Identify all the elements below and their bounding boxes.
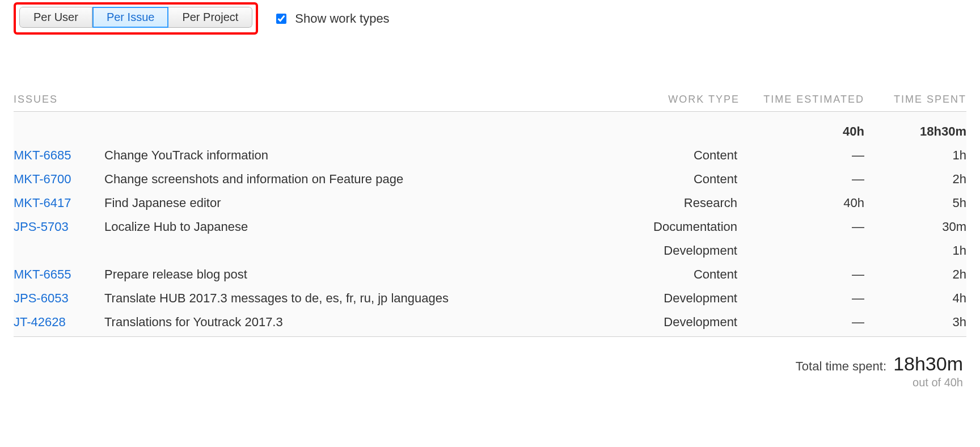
time-spent: 3h [864,310,966,337]
time-spent: 2h [864,263,966,286]
table-row: MKT-6685Change YouTrack informationConte… [14,144,966,167]
show-work-types-checkbox[interactable] [276,14,286,24]
tab-per-user[interactable]: Per User [19,7,92,28]
tab-per-project[interactable]: Per Project [168,7,252,28]
time-spent: 1h [864,144,966,167]
issue-title: Change screenshots and information on Fe… [104,167,615,191]
time-estimated: — [740,215,864,239]
show-work-types-option[interactable]: Show work types [274,11,389,26]
issue-title: Find Japanese editor [104,191,615,215]
totals-time-estimated: 40h [740,112,864,144]
table-row: MKT-6700Change screenshots and informati… [14,167,966,191]
time-estimated: — [740,286,864,310]
time-spent: 30m [864,215,966,239]
issue-link[interactable]: JPS-6053 [14,291,69,305]
table-row: MKT-6417Find Japanese editorResearch40h5… [14,191,966,215]
work-type: Development [615,310,740,337]
work-type: Development [615,286,740,310]
time-spent: 2h [864,167,966,191]
time-estimated: — [740,310,864,337]
issue-link[interactable]: MKT-6655 [14,267,71,281]
work-type: Research [615,191,740,215]
time-spent: 1h [864,239,966,263]
time-estimated: — [740,167,864,191]
time-spent: 5h [864,191,966,215]
issue-title: Change YouTrack information [104,144,615,167]
totals-time-spent: 18h30m [864,112,966,144]
col-header-time-spent: TIME SPENT [864,88,966,112]
issue-link[interactable]: JT-42628 [14,315,66,329]
work-type: Content [615,263,740,286]
table-row: MKT-6655Prepare release blog postContent… [14,263,966,286]
total-out-of: out of 40h [14,376,963,389]
table-row: JPS-5703Localize Hub to JapaneseDocument… [14,215,966,239]
work-type: Content [615,144,740,167]
view-mode-tabs: Per User Per Issue Per Project [19,7,252,28]
footer-totals: Total time spent: 18h30m out of 40h [14,353,966,389]
time-spent: 4h [864,286,966,310]
issue-link[interactable]: JPS-5703 [14,220,69,234]
issue-title: Localize Hub to Japanese [104,215,615,239]
issue-title: Translate HUB 2017.3 messages to de, es,… [104,286,615,310]
issue-link[interactable]: MKT-6685 [14,148,71,162]
total-time-spent-label: Total time spent: [796,359,886,373]
issue-link[interactable]: MKT-6417 [14,196,71,210]
issue-title: Translations for Youtrack 2017.3 [104,310,615,337]
time-estimated [740,239,864,263]
col-header-work-type: WORK TYPE [615,88,740,112]
time-estimated: — [740,144,864,167]
issue-title: Prepare release blog post [104,263,615,286]
time-estimated: — [740,263,864,286]
work-type: Development [615,239,740,263]
total-time-spent-value: 18h30m [893,353,963,374]
issue-link[interactable]: MKT-6700 [14,172,71,186]
tab-group-highlight: Per User Per Issue Per Project [14,2,258,35]
show-work-types-label: Show work types [295,11,389,26]
tab-per-issue[interactable]: Per Issue [92,7,168,28]
totals-row: 40h 18h30m [14,112,966,144]
table-row: JPS-6053Translate HUB 2017.3 messages to… [14,286,966,310]
time-estimated: 40h [740,191,864,215]
work-type: Documentation [615,215,740,239]
time-report-table: ISSUES WORK TYPE TIME ESTIMATED TIME SPE… [14,88,966,337]
table-row: Development1h [14,239,966,263]
work-type: Content [615,167,740,191]
col-header-time-estimated: TIME ESTIMATED [740,88,864,112]
col-header-issues: ISSUES [14,88,615,112]
table-row: JT-42628Translations for Youtrack 2017.3… [14,310,966,337]
issue-title [104,239,615,263]
